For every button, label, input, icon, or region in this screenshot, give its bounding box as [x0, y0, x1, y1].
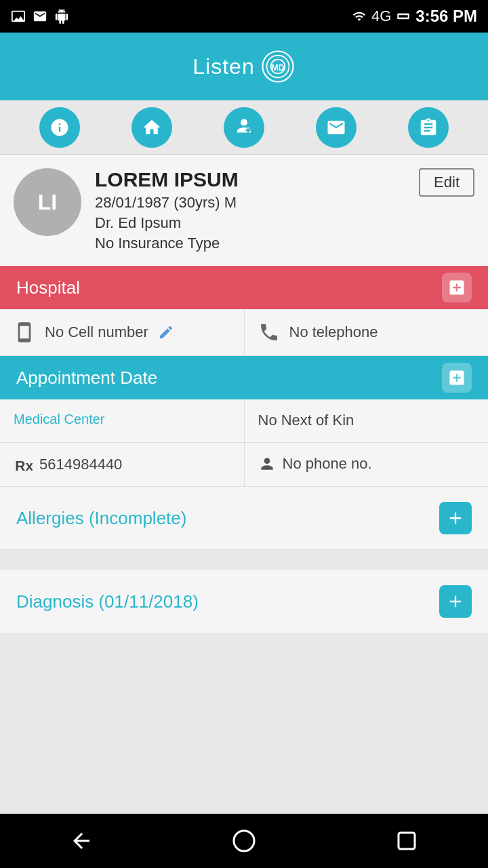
- allergies-section: Allergies (Incomplete): [0, 487, 488, 550]
- spacer-2: [0, 633, 488, 814]
- appointment-add-button[interactable]: [442, 363, 472, 393]
- status-bar: 4G 3:56 PM: [0, 0, 488, 33]
- spacer-1: [0, 550, 488, 570]
- svg-rect-6: [399, 833, 415, 849]
- hospital-label: Hospital: [16, 277, 80, 298]
- edit-button[interactable]: Edit: [419, 168, 474, 197]
- patient-name: LOREM IPSUM: [95, 168, 474, 191]
- phone-no-cell: No phone no.: [245, 443, 489, 487]
- time-display: 3:56 PM: [415, 7, 477, 26]
- diagnosis-section: Diagnosis (01/11/2018): [0, 570, 488, 633]
- cell-number-label: No Cell number: [45, 323, 148, 341]
- medical-center-cell: Medical Center: [0, 399, 245, 443]
- svg-text:MD: MD: [271, 63, 284, 73]
- allergies-label: Allergies (Incomplete): [16, 508, 186, 529]
- allergies-add-button[interactable]: [439, 502, 472, 534]
- bottom-nav: [0, 814, 488, 868]
- app-logo: Listen MD: [192, 49, 295, 84]
- network-label: 4G: [371, 7, 391, 25]
- nav-home-button[interactable]: [131, 107, 172, 148]
- nav-info-button[interactable]: [39, 107, 80, 148]
- nav-home-bottom-button[interactable]: [224, 821, 264, 861]
- patient-card: LI LOREM IPSUM 28/01/1987 (30yrs) M Dr. …: [0, 155, 488, 266]
- appointment-label: Appointment Date: [16, 368, 157, 389]
- mobile-icon: [14, 321, 35, 343]
- phone-row: No Cell number No telephone: [0, 309, 488, 356]
- svg-point-5: [234, 831, 254, 851]
- logo-text: Listen: [192, 54, 254, 79]
- telephone-label: No telephone: [289, 323, 378, 341]
- patient-doctor: Dr. Ed Ipsum: [95, 214, 474, 232]
- telephone-cell[interactable]: No telephone: [245, 309, 489, 355]
- info-grid-row2: Rx 5614984440 No phone no.: [0, 443, 488, 487]
- logo-icon: MD: [260, 49, 296, 84]
- avatar: LI: [14, 168, 81, 236]
- patient-dob: 28/01/1987 (30yrs) M: [95, 194, 474, 212]
- person-icon: [258, 455, 276, 473]
- status-right-icons: 4G 3:56 PM: [352, 7, 477, 26]
- prescription-number: 5614984440: [39, 456, 122, 473]
- app-header: Listen MD: [0, 33, 488, 100]
- patient-insurance: No Insurance Type: [95, 235, 474, 252]
- status-left-icons: [11, 9, 69, 24]
- diagnosis-add-button[interactable]: [439, 585, 472, 618]
- rx-icon: Rx: [14, 455, 33, 474]
- appointment-section-header: Appointment Date: [0, 356, 488, 399]
- info-grid-row1: Medical Center No Next of Kin: [0, 399, 488, 443]
- telephone-icon: [258, 321, 280, 343]
- diagnosis-label: Diagnosis (01/11/2018): [16, 591, 199, 612]
- prescription-value: Rx 5614984440: [14, 455, 230, 474]
- phone-no-value: No phone no.: [258, 455, 475, 473]
- cell-number-cell[interactable]: No Cell number: [0, 309, 245, 355]
- nav-clipboard-button[interactable]: [408, 107, 449, 148]
- prescription-cell: Rx 5614984440: [0, 443, 245, 487]
- hospital-section-header: Hospital: [0, 266, 488, 309]
- nav-back-button[interactable]: [61, 821, 102, 861]
- medical-center-label: Medical Center: [14, 412, 230, 427]
- nav-recent-button[interactable]: [386, 821, 427, 861]
- hospital-add-button[interactable]: [442, 273, 472, 302]
- nav-mail-button[interactable]: [316, 107, 357, 148]
- nav-doctor-button[interactable]: [224, 107, 264, 148]
- patient-info: LOREM IPSUM 28/01/1987 (30yrs) M Dr. Ed …: [95, 168, 474, 252]
- phone-no-label: No phone no.: [283, 455, 372, 473]
- svg-text:Rx: Rx: [15, 458, 33, 473]
- nav-bar: [0, 100, 488, 155]
- edit-pencil-icon: [158, 324, 174, 340]
- next-of-kin-cell: No Next of Kin: [245, 399, 489, 443]
- next-of-kin-value: No Next of Kin: [258, 412, 475, 429]
